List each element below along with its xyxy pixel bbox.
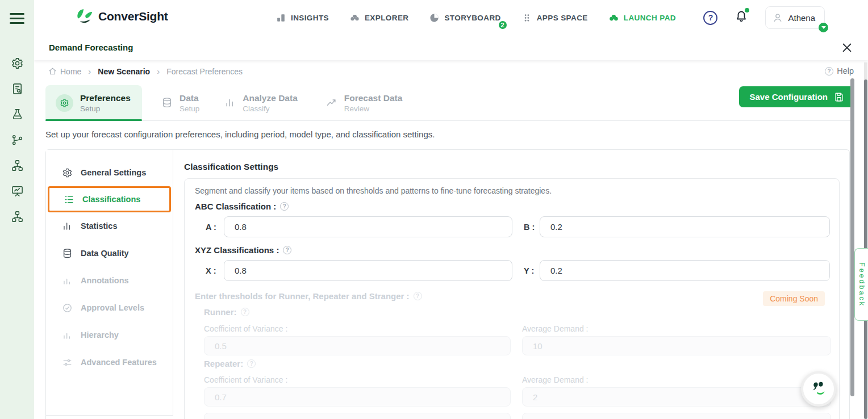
- b-threshold-input[interactable]: [540, 216, 830, 237]
- abc-classification-label: ABC Classification :: [195, 202, 289, 211]
- info-icon[interactable]: [280, 202, 289, 211]
- nav-label: STORYBOARD: [444, 14, 500, 22]
- y-threshold-input[interactable]: [540, 260, 830, 281]
- panel-scrollbar-thumb[interactable]: [850, 78, 854, 396]
- binoculars-icon: [349, 12, 360, 23]
- assistant-chat-button[interactable]: [801, 371, 836, 407]
- nav-explorer[interactable]: EXPLORER: [349, 12, 408, 23]
- step-preferences[interactable]: PreferencesSetup: [45, 85, 142, 120]
- save-configuration-button[interactable]: Save Configuration: [739, 86, 854, 107]
- nav-label: INSIGHTS: [291, 14, 329, 22]
- field-label-b: B :: [512, 223, 540, 232]
- nav-storyboard[interactable]: STORYBOARD 2: [429, 12, 500, 23]
- experiment-flask-icon[interactable]: [11, 108, 24, 121]
- notifications-bell-icon[interactable]: [735, 10, 748, 26]
- x-threshold-input[interactable]: [224, 260, 512, 281]
- info-icon: [414, 292, 422, 300]
- repeater-cov-label: Coefficient of Variance :: [204, 375, 287, 384]
- main-nav: INSIGHTS EXPLORER STORYBOARD 2 APPS SPAC…: [276, 0, 676, 35]
- help-icon[interactable]: ?: [703, 11, 717, 25]
- save-icon: [834, 92, 844, 102]
- nav-launch-pad[interactable]: LAUNCH PAD: [608, 12, 676, 23]
- sliders-icon: [62, 357, 73, 368]
- breadcrumb-separator: [157, 66, 160, 76]
- nav-label: EXPLORER: [365, 14, 408, 22]
- a-threshold-input[interactable]: [224, 216, 512, 237]
- info-icon[interactable]: [283, 246, 291, 254]
- runner-cov-input: [204, 336, 511, 355]
- nav-label: LAUNCH PAD: [624, 14, 676, 22]
- xyz-field-row: X : Y :: [195, 260, 830, 281]
- dots-grid-icon: [521, 12, 532, 23]
- hamburger-menu-icon[interactable]: [10, 13, 24, 26]
- trend-up-icon: [326, 97, 337, 108]
- nav-apps-space[interactable]: APPS SPACE: [521, 12, 588, 23]
- runner-avg-demand-input: [522, 336, 831, 355]
- settings-nav-advanced-features: Advanced Features: [46, 349, 173, 376]
- thresholds-label: Enter thresholds for Runner, Repeater an…: [195, 291, 422, 301]
- stranger-cov-input: [204, 413, 511, 419]
- conversight-logo-icon: [76, 8, 93, 25]
- settings-nav-classifications[interactable]: Classifications: [48, 186, 171, 212]
- conversight-logo[interactable]: ConverSight: [76, 8, 168, 25]
- check-circle-icon: [62, 303, 73, 313]
- settings-nav-annotations: Annotations: [46, 267, 173, 294]
- breadcrumb: Home New Scenario Forecast Preferences: [48, 66, 243, 76]
- save-configuration-label: Save Configuration: [749, 92, 828, 102]
- repeater-label: Repeater:: [204, 359, 256, 368]
- field-label-y: Y :: [512, 266, 540, 275]
- close-icon[interactable]: [841, 41, 853, 54]
- help-link[interactable]: Help: [825, 66, 854, 76]
- abc-field-row: A : B :: [195, 216, 830, 237]
- presentation-chart-icon[interactable]: [11, 185, 24, 198]
- home-icon: [48, 67, 57, 76]
- modal-title: Demand Forecasting: [49, 43, 133, 52]
- preferences-panel: General Settings Classifications Statist…: [45, 149, 850, 419]
- settings-nav-data-quality[interactable]: Data Quality: [46, 240, 173, 267]
- database-icon: [62, 248, 73, 259]
- gear-icon: [56, 94, 73, 112]
- notification-dot: [745, 8, 749, 12]
- feedback-label: Feedback: [858, 262, 866, 307]
- storyboard-badge: 2: [498, 20, 508, 30]
- top-actions: ? Athena: [703, 0, 825, 35]
- breadcrumb-separator: [88, 66, 91, 76]
- avatar-icon: [771, 11, 784, 24]
- breadcrumb-home[interactable]: Home: [48, 67, 81, 76]
- workflow-branch-icon[interactable]: [11, 133, 24, 146]
- audit-document-icon[interactable]: [11, 82, 24, 95]
- user-menu[interactable]: Athena: [765, 6, 825, 29]
- feedback-tab[interactable]: Feedback: [854, 248, 868, 321]
- settings-nav: General Settings Classifications Statist…: [46, 150, 173, 416]
- settings-nav-hierarchy: Hierarchy: [46, 321, 173, 349]
- bar-chart-icon: [62, 275, 73, 286]
- question-icon: [825, 67, 833, 76]
- settings-nav-statistics[interactable]: Statistics: [46, 212, 173, 240]
- left-rail: [0, 0, 34, 419]
- breadcrumb-forecast-preferences[interactable]: Forecast Preferences: [166, 67, 243, 76]
- step-analyze-data[interactable]: Analyze DataClassify: [224, 85, 297, 120]
- settings-nav-general-settings[interactable]: General Settings: [46, 159, 173, 186]
- coming-soon-badge: Coming Soon: [763, 291, 825, 306]
- stranger-avg-demand-input: [522, 413, 831, 419]
- classification-card: Segment and classify your items based on…: [184, 178, 840, 419]
- step-forecast-data[interactable]: Forecast DataReview: [326, 85, 403, 120]
- conversight-chat-icon: [808, 379, 829, 399]
- gear-icon: [62, 167, 73, 178]
- breadcrumb-new-scenario[interactable]: New Scenario: [98, 67, 150, 76]
- app-window: ConverSight INSIGHTS EXPLORER STORYBOARD…: [0, 0, 868, 419]
- org-hierarchy-icon[interactable]: [11, 159, 24, 172]
- repeater-avg-demand-label: Average Demand :: [522, 375, 588, 384]
- nav-insights[interactable]: INSIGHTS: [276, 12, 329, 23]
- topbar: ConverSight INSIGHTS EXPLORER STORYBOARD…: [34, 0, 868, 35]
- wizard-steps: PreferencesSetup DataSetup Analyze DataC…: [45, 85, 854, 121]
- step-data[interactable]: DataSetup: [161, 85, 199, 120]
- runner-avg-demand-label: Average Demand :: [522, 324, 588, 333]
- settings-icon[interactable]: [11, 57, 24, 70]
- runner-cov-label: Coefficient of Variance :: [204, 324, 287, 333]
- repeater-avg-demand-input: [522, 387, 831, 407]
- settings-nav-approval-levels: Approval Levels: [46, 294, 173, 321]
- database-icon: [161, 97, 173, 108]
- user-name: Athena: [788, 13, 815, 23]
- org-hierarchy-2-icon[interactable]: [11, 210, 24, 223]
